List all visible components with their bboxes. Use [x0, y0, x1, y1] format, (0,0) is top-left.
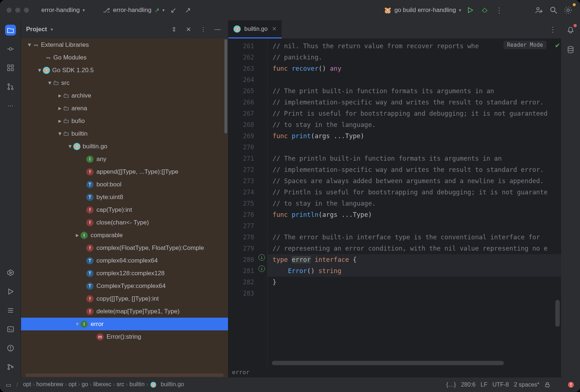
tree-row[interactable]: ▾🐹builtin.go	[21, 140, 228, 153]
editor: 🐹 builtin.go ✕ ⋮ 26126226326426526626726…	[228, 20, 561, 377]
svg-point-0	[483, 9, 486, 12]
problems-tool-icon[interactable]	[5, 343, 16, 354]
close-tab-icon[interactable]: ✕	[272, 25, 277, 32]
tree-row[interactable]: ▾⫬External Libraries	[21, 38, 228, 51]
project-tool-icon[interactable]	[5, 25, 16, 36]
tree-row[interactable]: ▸🗀arena	[21, 102, 228, 115]
terminal-tool-icon[interactable]	[5, 324, 16, 335]
services-tool-icon[interactable]	[5, 267, 16, 278]
chevron-down-icon: ▾	[162, 8, 165, 13]
chevron-down-icon[interactable]: ▾	[51, 27, 53, 32]
vcs-branch-widget[interactable]: ⎇ error-handling ↗ ▾	[103, 7, 165, 14]
left-tool-strip: ⋯	[0, 20, 21, 377]
svg-point-37	[571, 386, 572, 387]
tree-row[interactable]: ▸🗀archive	[21, 89, 228, 102]
line-separator[interactable]: LF	[481, 381, 488, 388]
tree-row[interactable]: fclose(chan<- Type)	[21, 216, 228, 229]
reader-mode-badge[interactable]: Reader Mode	[504, 41, 547, 49]
chevron-down-icon: ▾	[459, 8, 461, 13]
structure-tool-icon[interactable]	[5, 62, 16, 73]
editor-breadcrumbs[interactable]: error	[228, 367, 561, 377]
incoming-icon[interactable]: ↙	[168, 5, 179, 16]
project-dropdown[interactable]: error-handling ▾	[41, 7, 85, 14]
tree-row[interactable]: fcomplex(FloatType, FloatType):Comple	[21, 242, 228, 254]
chevron-down-icon: ▾	[83, 8, 85, 13]
svg-point-7	[551, 7, 555, 12]
settings-icon[interactable]	[563, 5, 573, 16]
tree-row[interactable]: Tbool:bool	[21, 178, 228, 191]
inspections-ok-icon[interactable]: ✔	[555, 41, 560, 49]
outgoing-icon[interactable]: ↗	[183, 5, 194, 16]
editor-tab-builtin[interactable]: 🐹 builtin.go ✕	[228, 20, 282, 38]
code-with-me-icon[interactable]	[534, 5, 544, 16]
editor-tabs: 🐹 builtin.go ✕ ⋮	[228, 20, 561, 38]
nav-breadcrumbs[interactable]: opt › homebrew › opt › go › libexec › sr…	[23, 381, 184, 388]
run-button[interactable]	[465, 5, 476, 16]
indent-settings[interactable]: 2 spaces*	[514, 381, 539, 388]
project-tree[interactable]: ▾⫬External Libraries⫬Go Modules ▾🐹Go SDK…	[21, 38, 228, 377]
tab-label: builtin.go	[244, 26, 268, 32]
tree-row[interactable]: ▾Ierror	[21, 318, 228, 330]
svg-point-29	[10, 349, 11, 350]
gutter[interactable]: 2612622632642652662672682692702712722732…	[228, 38, 268, 367]
project-panel: Project ▾ ⇕ ✕ ⋮ — ▾⫬External Libraries⫬G…	[21, 20, 228, 377]
tree-hscrollbar[interactable]	[25, 374, 224, 377]
tool-window-toggle-icon[interactable]: ▭	[6, 381, 11, 388]
max-window-dot[interactable]	[24, 8, 29, 13]
caret-position[interactable]: 280:6	[461, 381, 476, 388]
min-window-dot[interactable]	[15, 8, 20, 13]
close-window-dot[interactable]	[7, 8, 12, 13]
svg-point-19	[8, 88, 9, 90]
tree-row[interactable]: ▾🗀src	[21, 77, 228, 89]
tree-row[interactable]: Tcomplex128:complex128	[21, 267, 228, 280]
tab-options-icon[interactable]: ⋮	[547, 24, 558, 35]
tree-row[interactable]: mError():string	[21, 330, 228, 343]
select-opened-file-icon[interactable]: ⇕	[169, 24, 179, 35]
debug-button[interactable]	[479, 5, 490, 16]
run-tool-icon[interactable]	[5, 286, 16, 297]
tree-row[interactable]: fcap(Type):int	[21, 203, 228, 216]
readonly-lock-icon[interactable]	[544, 382, 550, 388]
collapse-all-icon[interactable]: ✕	[183, 24, 194, 35]
more-tools-icon[interactable]: ⋯	[5, 100, 16, 111]
editor-hscrollbar[interactable]	[272, 361, 504, 365]
tree-row[interactable]: TComplexType:complex64	[21, 280, 228, 292]
search-everywhere-icon[interactable]	[548, 5, 559, 16]
commit-tool-icon[interactable]	[5, 44, 16, 54]
tree-vscrollbar[interactable]	[224, 39, 227, 133]
tree-row[interactable]: ▾🗀builtin	[21, 127, 228, 140]
tree-row[interactable]: ⫬Go Modules	[21, 51, 228, 64]
tree-row[interactable]: ▸Icomparable	[21, 229, 228, 242]
file-encoding[interactable]: UTF-8	[492, 381, 509, 388]
todo-tool-icon[interactable]	[5, 305, 16, 316]
tree-row[interactable]: fappend([]Type, ...Type):[]Type	[21, 165, 228, 178]
tree-row[interactable]: ▸🗀bufio	[21, 115, 228, 127]
code-area[interactable]: 2612622632642652662672682692702712722732…	[228, 38, 561, 367]
svg-point-30	[8, 364, 9, 366]
vcs-tool-icon[interactable]	[5, 362, 16, 372]
database-tool-icon[interactable]	[565, 44, 576, 55]
svg-rect-34	[546, 384, 549, 387]
svg-point-11	[9, 48, 12, 50]
tree-row[interactable]: Iany	[21, 153, 228, 165]
svg-point-31	[8, 368, 9, 370]
code[interactable]: Reader Mode ✔ // nil. Thus the return va…	[268, 38, 561, 367]
more-run-icon[interactable]: ⋮	[494, 5, 505, 16]
tree-row[interactable]: ▾🐹Go SDK 1.20.5	[21, 64, 228, 77]
status-bar: ▭ / opt › homebrew › opt › go › libexec …	[0, 377, 580, 392]
problems-indicator-icon[interactable]	[568, 381, 574, 388]
editor-vscrollbar[interactable]	[555, 300, 560, 327]
tree-row[interactable]: fcopy([]Type, []Type):int	[21, 292, 228, 305]
svg-point-10	[565, 7, 571, 13]
notifications-icon[interactable]	[565, 25, 576, 36]
window-controls	[7, 8, 29, 13]
tree-row[interactable]: Tbyte:uint8	[21, 191, 228, 203]
run-config-dropdown[interactable]: 🐹 go build error-handling ▾	[384, 7, 461, 14]
hide-panel-icon[interactable]: —	[212, 24, 223, 35]
pull-requests-tool-icon[interactable]	[5, 81, 16, 92]
panel-options-icon[interactable]: ⋮	[198, 24, 208, 35]
json-hints[interactable]: {…}	[446, 381, 456, 388]
tree-row[interactable]: Tcomplex64:complex64	[21, 254, 228, 267]
tree-row[interactable]: fdelete(map[Type]Type1, Type)	[21, 305, 228, 318]
svg-point-4	[537, 8, 539, 10]
